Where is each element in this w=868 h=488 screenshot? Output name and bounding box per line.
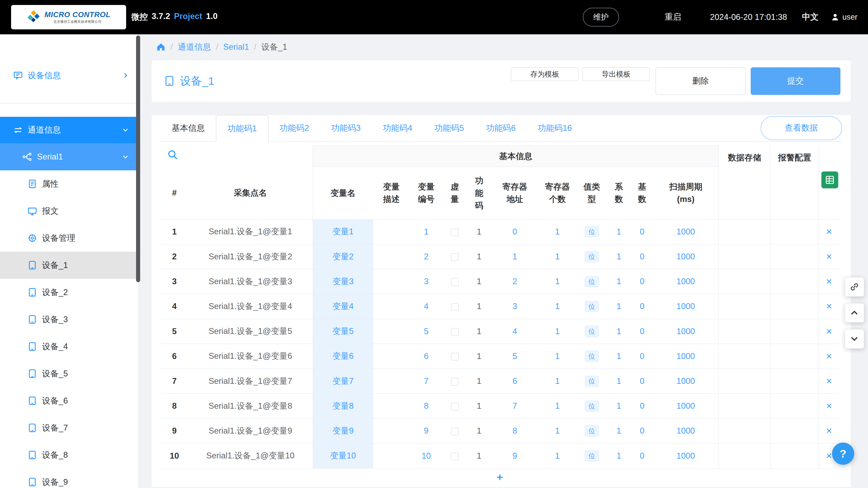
coefficient-cell[interactable]: 1 [607,369,631,394]
search-icon[interactable] [167,149,178,160]
tab-功能码5[interactable]: 功能码5 [423,115,475,141]
scan-period-cell[interactable]: 1000 [653,418,719,443]
coefficient-cell[interactable]: 1 [607,219,631,244]
base-cell[interactable]: 0 [631,344,653,369]
export-excel-icon[interactable] [822,171,838,188]
register-address-cell[interactable]: 0 [492,219,538,244]
coefficient-cell[interactable]: 1 [607,294,631,319]
delete-row-icon[interactable]: ✕ [826,402,832,410]
base-cell[interactable]: 0 [631,444,653,468]
delete-row-icon[interactable]: ✕ [826,228,832,236]
virtual-checkbox[interactable] [451,428,459,435]
variable-desc-cell[interactable] [373,319,410,344]
delete-row-icon[interactable]: ✕ [826,252,832,261]
base-cell[interactable]: 0 [631,319,653,344]
variable-number-cell[interactable]: 9 [410,418,443,443]
variable-number-cell[interactable]: 8 [410,394,443,418]
variable-desc-cell[interactable] [373,219,410,244]
variable-desc-cell[interactable] [373,269,410,294]
scroll-down-button[interactable] [845,329,864,349]
delete-button[interactable]: 删除 [655,67,746,95]
register-address-cell[interactable]: 6 [492,369,538,394]
variable-number-cell[interactable]: 10 [410,444,443,468]
tab-功能码3[interactable]: 功能码3 [320,115,372,141]
variable-desc-cell[interactable] [373,369,410,394]
value-type-tag[interactable]: 位 [585,450,599,461]
sidebar-scrollbar-thumb[interactable] [136,35,140,282]
register-address-cell[interactable]: 2 [492,269,538,294]
virtual-checkbox[interactable] [451,253,459,261]
register-address-cell[interactable]: 5 [492,344,538,369]
delete-row-icon[interactable]: ✕ [826,427,832,435]
value-type-tag[interactable]: 位 [585,251,599,262]
virtual-checkbox[interactable] [451,402,459,410]
base-cell[interactable]: 0 [631,244,653,269]
scan-period-cell[interactable]: 1000 [653,294,719,319]
register-address-cell[interactable]: 9 [492,444,538,468]
tab-基本信息[interactable]: 基本信息 [160,115,216,141]
value-type-tag[interactable]: 位 [585,425,599,436]
variable-number-cell[interactable]: 3 [410,269,443,294]
restart-button[interactable]: 重启 [664,11,681,23]
variable-name-cell[interactable]: 变量6 [313,344,373,369]
scan-period-cell[interactable]: 1000 [653,219,719,244]
register-count-cell[interactable]: 1 [538,219,577,244]
coefficient-cell[interactable]: 1 [607,269,631,294]
register-count-cell[interactable]: 1 [538,444,577,468]
register-address-cell[interactable]: 8 [492,418,538,443]
base-cell[interactable]: 0 [631,418,653,443]
home-icon[interactable] [156,42,166,52]
variable-number-cell[interactable]: 2 [410,244,443,269]
coefficient-cell[interactable]: 1 [607,394,631,418]
variable-desc-cell[interactable] [373,418,410,443]
variable-desc-cell[interactable] [373,344,410,369]
tab-功能码16[interactable]: 功能码16 [527,115,583,141]
variable-desc-cell[interactable] [373,394,410,418]
sidebar-item-设备_1[interactable]: 设备_1 [0,252,138,279]
virtual-checkbox[interactable] [451,453,459,460]
user-menu[interactable]: user [831,13,857,22]
variable-desc-cell[interactable] [373,294,410,319]
tab-功能码2[interactable]: 功能码2 [269,115,320,141]
sidebar-item-messages[interactable]: 报文 [0,197,138,225]
scan-period-cell[interactable]: 1000 [653,244,719,269]
variable-desc-cell[interactable] [373,244,410,269]
variable-number-cell[interactable]: 1 [410,219,443,244]
coefficient-cell[interactable]: 1 [607,344,631,369]
register-address-cell[interactable]: 1 [492,244,538,269]
value-type-tag[interactable]: 位 [585,400,599,412]
register-address-cell[interactable]: 7 [492,394,538,418]
submit-button[interactable]: 提交 [751,67,840,95]
scan-period-cell[interactable]: 1000 [653,444,719,468]
sidebar-item-设备_2[interactable]: 设备_2 [0,279,138,306]
scan-period-cell[interactable]: 1000 [653,344,719,369]
scan-period-cell[interactable]: 1000 [653,269,719,294]
sidebar-item-设备_5[interactable]: 设备_5 [0,360,138,387]
sidebar-item-设备_6[interactable]: 设备_6 [0,387,138,414]
export-template-button[interactable]: 导出模板 [582,67,650,81]
tab-功能码1[interactable]: 功能码1 [216,115,269,142]
add-row-button[interactable]: + [160,471,839,484]
sidebar-item-properties[interactable]: 属性 [0,170,138,197]
variable-name-cell[interactable]: 变量9 [313,418,373,443]
breadcrumb-serial1[interactable]: Serial1 [223,42,249,52]
variable-desc-cell[interactable] [373,444,410,468]
virtual-checkbox[interactable] [451,378,459,385]
coefficient-cell[interactable]: 1 [607,319,631,344]
sidebar-item-serial1[interactable]: Serial1 [0,143,138,170]
variable-name-cell[interactable]: 变量8 [313,394,373,418]
virtual-checkbox[interactable] [451,328,459,336]
sidebar-item-设备_9[interactable]: 设备_9 [0,468,138,488]
variable-name-cell[interactable]: 变量1 [313,219,373,244]
delete-row-icon[interactable]: ✕ [826,302,832,311]
breadcrumb-channel-info[interactable]: 通道信息 [178,41,211,53]
variable-number-cell[interactable]: 7 [410,369,443,394]
help-button[interactable]: ? [832,443,854,465]
value-type-tag[interactable]: 位 [585,301,599,312]
delete-row-icon[interactable]: ✕ [826,452,832,460]
scan-period-cell[interactable]: 1000 [653,319,719,344]
register-count-cell[interactable]: 1 [538,244,577,269]
register-address-cell[interactable]: 4 [492,319,538,344]
variable-name-cell[interactable]: 变量10 [313,444,373,468]
variable-number-cell[interactable]: 4 [410,294,443,319]
